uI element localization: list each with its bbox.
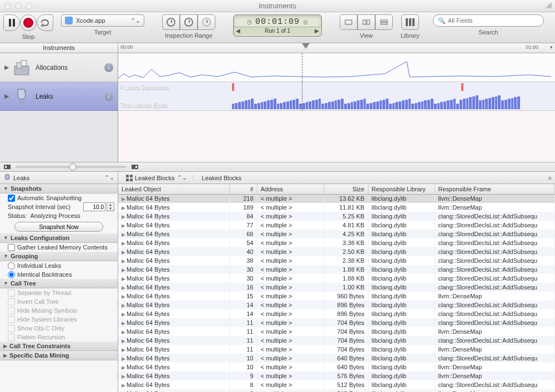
section-snapshots[interactable]: ▼Snapshots <box>0 184 118 194</box>
table-row[interactable]: ▶Malloc 64 Bytes10< multiple >640 Bytesl… <box>118 354 555 363</box>
disclosure-icon[interactable]: ▶ <box>4 93 9 100</box>
prev-run-button[interactable]: ◀ <box>236 28 240 34</box>
step-down-icon[interactable]: ▼ <box>107 207 114 211</box>
ruler-chevron-icon[interactable]: ▾ <box>550 44 553 50</box>
disclosure-right-icon[interactable]: ▶ <box>122 365 125 370</box>
section-leaks-config[interactable]: ▼Leaks Configuration <box>0 233 118 243</box>
view-strategy-3-button[interactable] <box>375 14 393 30</box>
disclosure-right-icon[interactable]: ▶ <box>122 294 125 299</box>
section-call-tree[interactable]: ▼Call Tree <box>0 279 118 288</box>
disclosure-right-icon[interactable]: ▶ <box>122 205 125 211</box>
section-grouping[interactable]: ▼Grouping <box>0 252 118 261</box>
pause-button[interactable] <box>3 14 20 31</box>
disclosure-right-icon[interactable]: ▶ <box>122 276 125 282</box>
col-address[interactable]: Address <box>257 184 324 194</box>
table-row[interactable]: ▶Malloc 64 Bytes14< multiple >896 Bytesl… <box>118 301 555 309</box>
search-input[interactable] <box>448 17 539 24</box>
col-count[interactable]: # <box>229 184 257 194</box>
table-row[interactable]: ▶Malloc 64 Bytes54< multiple >3.38 KBlib… <box>118 238 555 247</box>
disclosure-right-icon[interactable]: ▶ <box>122 214 125 220</box>
disclosure-right-icon[interactable]: ▶ <box>122 383 125 388</box>
disclosure-right-icon[interactable]: ▶ <box>122 258 125 264</box>
auto-snapshot-checkbox[interactable]: Automatic Snapshotting <box>0 194 118 202</box>
col-leaked-object[interactable]: Leaked Object <box>118 184 229 194</box>
slider-thumb[interactable] <box>69 163 77 171</box>
invert-tree-checkbox[interactable]: Invert Call Tree <box>0 297 118 306</box>
breadcrumb-item[interactable]: Leaked Blocks <box>198 175 246 181</box>
range-end-button[interactable] <box>180 14 198 30</box>
hide-missing-checkbox[interactable]: Hide Missing Symbols <box>0 306 118 315</box>
separate-thread-checkbox[interactable]: Separate by Thread <box>0 288 118 297</box>
close-window-button[interactable] <box>4 3 11 9</box>
table-row[interactable]: ▶Malloc 64 Bytes16< multiple >1.00 KBlib… <box>118 283 555 292</box>
library-button[interactable] <box>401 14 419 30</box>
disclosure-right-icon[interactable]: ▶ <box>122 232 125 237</box>
col-library[interactable]: Responsible Library <box>368 184 435 194</box>
minimize-window-button[interactable] <box>15 3 22 9</box>
disclosure-right-icon[interactable]: ▶ <box>122 250 125 255</box>
disclosure-right-icon[interactable]: ▶ <box>122 320 125 326</box>
disclosure-right-icon[interactable]: ▶ <box>122 312 125 317</box>
snapshot-interval-stepper[interactable]: ▲▼ <box>107 202 114 211</box>
disclosure-right-icon[interactable]: ▶ <box>122 329 125 335</box>
checkbox[interactable] <box>8 244 15 251</box>
step-up-icon[interactable]: ▲ <box>107 203 114 207</box>
disclosure-icon[interactable]: ▶ <box>4 64 9 71</box>
leaks-lane[interactable]: # Leaks Discovered Total Leaked Bytes <box>118 82 555 111</box>
table-row[interactable]: ▶Malloc 64 Bytes15< multiple >960 Bytesl… <box>118 292 555 301</box>
resize-icon[interactable] <box>545 2 553 9</box>
disclosure-right-icon[interactable]: ▶ <box>122 374 125 379</box>
allocations-lane[interactable] <box>118 53 555 82</box>
gather-contents-checkbox[interactable]: Gather Leaked Memory Contents <box>0 243 118 252</box>
playhead-icon[interactable] <box>302 43 310 51</box>
track-lanes[interactable]: # Leaks Discovered Total Leaked Bytes <box>118 53 555 162</box>
info-button[interactable]: i <box>104 92 113 101</box>
table-row[interactable]: ▶Malloc 64 Bytes189< multiple >11.81 KBl… <box>118 203 555 212</box>
identical-backtraces-radio[interactable]: Identical Backtraces <box>0 270 118 279</box>
record-button[interactable] <box>20 14 37 31</box>
table-row[interactable]: ▶Malloc 64 Bytes11< multiple >704 Bytesl… <box>118 336 555 345</box>
table-row[interactable]: ▶Malloc 64 Bytes68< multiple >4.25 KBlib… <box>118 230 555 238</box>
table-row[interactable]: ▶Malloc 64 Bytes30< multiple >1.88 KBlib… <box>118 274 555 283</box>
table-row[interactable]: ▶Malloc 64 Bytes11< multiple >704 Bytesl… <box>118 345 555 354</box>
table-row[interactable]: ▶Malloc 64 Bytes9< multiple >576 Bytesli… <box>118 371 555 380</box>
section-mining[interactable]: ▶Specific Data Mining <box>0 351 118 360</box>
disclosure-right-icon[interactable]: ▶ <box>122 303 125 308</box>
table-row[interactable]: ▶Malloc 64 Bytes218< multiple >13.62 KBl… <box>118 194 555 203</box>
table-row[interactable]: ▶Malloc 64 Bytes11< multiple >704 Bytesl… <box>118 327 555 336</box>
disclosure-right-icon[interactable]: ▶ <box>122 347 125 353</box>
table-row[interactable]: ▶Malloc 64 Bytes14< multiple >896 Bytesl… <box>118 309 555 318</box>
view-strategy-1-button[interactable] <box>340 14 357 30</box>
disclosure-right-icon[interactable]: ▶ <box>122 196 125 202</box>
leaked-blocks-table[interactable]: Leaked Object # Address Size Responsible… <box>118 184 555 392</box>
snapshot-now-button[interactable]: Snapshot Now <box>14 222 103 232</box>
next-run-button[interactable]: ▶ <box>315 28 319 34</box>
track-allocations[interactable]: ▶ Allocations i <box>0 53 118 82</box>
table-row[interactable]: ▶Malloc 64 Bytes40< multiple >2.50 KBlib… <box>118 247 555 256</box>
table-row[interactable]: ▶Malloc 64 Bytes10< multiple >640 Bytesl… <box>118 363 555 371</box>
target-select[interactable]: Xcode.app ⌃⌄ <box>61 14 144 27</box>
breadcrumb-root[interactable]: Leaked Blocks ⌃⌄ <box>122 174 191 181</box>
timeline-ruler[interactable]: 00:00 01:00 ▾ <box>118 43 555 53</box>
radio[interactable] <box>8 262 15 269</box>
table-row[interactable]: ▶Malloc 64 Bytes8< multiple >512 Bytesli… <box>118 380 555 389</box>
table-row[interactable]: ▶Malloc 64 Bytes8< multiple >512 Bytesli… <box>118 389 555 392</box>
table-row[interactable]: ▶Malloc 64 Bytes11< multiple >704 Bytesl… <box>118 318 555 327</box>
radio[interactable] <box>8 271 15 278</box>
section-constraints[interactable]: ▶Call Tree Constraints <box>0 342 118 351</box>
disclosure-right-icon[interactable]: ▶ <box>122 285 125 291</box>
table-row[interactable]: ▶Malloc 64 Bytes30< multiple >1.88 KBlib… <box>118 265 555 274</box>
disclosure-right-icon[interactable]: ▶ <box>122 267 125 273</box>
table-row[interactable]: ▶Malloc 64 Bytes84< multiple >5.25 KBlib… <box>118 212 555 221</box>
individual-leaks-radio[interactable]: Individual Leaks <box>0 261 118 270</box>
detail-menu-icon[interactable]: ≡ <box>548 175 552 181</box>
col-size[interactable]: Size <box>324 184 368 194</box>
search-field[interactable]: 🔍 <box>433 14 544 27</box>
checkbox[interactable] <box>8 195 15 202</box>
range-start-button[interactable] <box>162 14 180 30</box>
disclosure-right-icon[interactable]: ▶ <box>122 338 125 344</box>
snapshot-interval-input[interactable] <box>83 202 105 211</box>
detail-instrument-select[interactable]: Leaks ⌃⌄ <box>0 172 118 184</box>
view-strategy-2-button[interactable] <box>357 14 375 30</box>
disclosure-right-icon[interactable]: ▶ <box>122 223 125 228</box>
